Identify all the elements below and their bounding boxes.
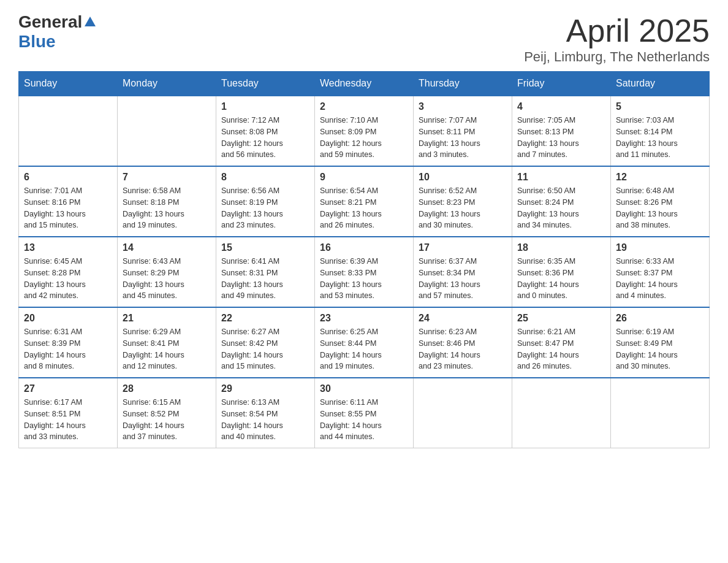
calendar-cell: 12Sunrise: 6:48 AM Sunset: 8:26 PM Dayli… — [611, 166, 710, 237]
day-info: Sunrise: 6:27 AM Sunset: 8:42 PM Dayligh… — [221, 326, 309, 372]
calendar-week-row: 6Sunrise: 7:01 AM Sunset: 8:16 PM Daylig… — [19, 166, 710, 237]
calendar-cell — [19, 96, 118, 166]
day-info: Sunrise: 6:54 AM Sunset: 8:21 PM Dayligh… — [320, 185, 408, 231]
calendar-cell: 29Sunrise: 6:13 AM Sunset: 8:54 PM Dayli… — [216, 378, 315, 448]
day-number: 4 — [517, 101, 605, 112]
calendar-header-row: SundayMondayTuesdayWednesdayThursdayFrid… — [19, 72, 710, 96]
day-number: 25 — [517, 313, 605, 324]
day-info: Sunrise: 6:31 AM Sunset: 8:39 PM Dayligh… — [24, 326, 112, 372]
calendar-cell: 17Sunrise: 6:37 AM Sunset: 8:34 PM Dayli… — [414, 237, 512, 307]
day-number: 8 — [221, 172, 309, 183]
day-info: Sunrise: 6:13 AM Sunset: 8:54 PM Dayligh… — [221, 397, 309, 443]
calendar-week-row: 13Sunrise: 6:45 AM Sunset: 8:28 PM Dayli… — [19, 237, 710, 307]
day-number: 30 — [320, 383, 408, 394]
calendar-cell: 18Sunrise: 6:35 AM Sunset: 8:36 PM Dayli… — [512, 237, 611, 307]
calendar-cell — [118, 96, 216, 166]
calendar-header-sunday: Sunday — [19, 72, 118, 96]
calendar-header-tuesday: Tuesday — [216, 72, 315, 96]
day-info: Sunrise: 6:21 AM Sunset: 8:47 PM Dayligh… — [517, 326, 605, 372]
page-subtitle: Peij, Limburg, The Netherlands — [524, 49, 710, 65]
page-title: April 2025 — [524, 12, 710, 49]
day-info: Sunrise: 6:56 AM Sunset: 8:19 PM Dayligh… — [221, 185, 309, 231]
calendar-cell: 1Sunrise: 7:12 AM Sunset: 8:08 PM Daylig… — [216, 96, 315, 166]
day-number: 29 — [221, 383, 309, 394]
day-info: Sunrise: 6:45 AM Sunset: 8:28 PM Dayligh… — [24, 256, 112, 302]
calendar-cell: 25Sunrise: 6:21 AM Sunset: 8:47 PM Dayli… — [512, 307, 611, 378]
day-info: Sunrise: 6:50 AM Sunset: 8:24 PM Dayligh… — [517, 185, 605, 231]
logo-blue: Blue — [18, 32, 56, 51]
day-info: Sunrise: 6:52 AM Sunset: 8:23 PM Dayligh… — [419, 185, 507, 231]
day-number: 13 — [24, 242, 112, 253]
day-info: Sunrise: 6:19 AM Sunset: 8:49 PM Dayligh… — [616, 326, 704, 372]
day-info: Sunrise: 7:07 AM Sunset: 8:11 PM Dayligh… — [419, 115, 507, 161]
day-number: 19 — [616, 242, 704, 253]
calendar-cell: 24Sunrise: 6:23 AM Sunset: 8:46 PM Dayli… — [414, 307, 512, 378]
calendar-cell: 7Sunrise: 6:58 AM Sunset: 8:18 PM Daylig… — [118, 166, 216, 237]
calendar-cell: 27Sunrise: 6:17 AM Sunset: 8:51 PM Dayli… — [19, 378, 118, 448]
title-area: April 2025 Peij, Limburg, The Netherland… — [524, 12, 710, 65]
calendar-cell: 20Sunrise: 6:31 AM Sunset: 8:39 PM Dayli… — [19, 307, 118, 378]
day-info: Sunrise: 6:23 AM Sunset: 8:46 PM Dayligh… — [419, 326, 507, 372]
day-number: 12 — [616, 172, 704, 183]
calendar-cell: 19Sunrise: 6:33 AM Sunset: 8:37 PM Dayli… — [611, 237, 710, 307]
calendar-table: SundayMondayTuesdayWednesdayThursdayFrid… — [18, 71, 710, 448]
calendar-header-saturday: Saturday — [611, 72, 710, 96]
calendar-cell: 26Sunrise: 6:19 AM Sunset: 8:49 PM Dayli… — [611, 307, 710, 378]
day-info: Sunrise: 6:29 AM Sunset: 8:41 PM Dayligh… — [123, 326, 211, 372]
day-number: 21 — [123, 313, 211, 324]
calendar-cell: 28Sunrise: 6:15 AM Sunset: 8:52 PM Dayli… — [118, 378, 216, 448]
day-info: Sunrise: 6:15 AM Sunset: 8:52 PM Dayligh… — [123, 397, 211, 443]
calendar-cell: 23Sunrise: 6:25 AM Sunset: 8:44 PM Dayli… — [315, 307, 414, 378]
calendar-cell: 30Sunrise: 6:11 AM Sunset: 8:55 PM Dayli… — [315, 378, 414, 448]
day-number: 6 — [24, 172, 112, 183]
calendar-cell: 22Sunrise: 6:27 AM Sunset: 8:42 PM Dayli… — [216, 307, 315, 378]
day-info: Sunrise: 6:33 AM Sunset: 8:37 PM Dayligh… — [616, 256, 704, 302]
calendar-cell: 15Sunrise: 6:41 AM Sunset: 8:31 PM Dayli… — [216, 237, 315, 307]
calendar-cell — [611, 378, 710, 448]
calendar-cell: 5Sunrise: 7:03 AM Sunset: 8:14 PM Daylig… — [611, 96, 710, 166]
day-info: Sunrise: 6:39 AM Sunset: 8:33 PM Dayligh… — [320, 256, 408, 302]
day-info: Sunrise: 6:41 AM Sunset: 8:31 PM Dayligh… — [221, 256, 309, 302]
svg-marker-0 — [85, 17, 96, 26]
calendar-cell: 13Sunrise: 6:45 AM Sunset: 8:28 PM Dayli… — [19, 237, 118, 307]
day-number: 5 — [616, 101, 704, 112]
day-info: Sunrise: 6:35 AM Sunset: 8:36 PM Dayligh… — [517, 256, 605, 302]
calendar-cell — [512, 378, 611, 448]
day-number: 26 — [616, 313, 704, 324]
day-number: 11 — [517, 172, 605, 183]
calendar-header-thursday: Thursday — [414, 72, 512, 96]
day-number: 16 — [320, 242, 408, 253]
calendar-header-wednesday: Wednesday — [315, 72, 414, 96]
day-info: Sunrise: 6:11 AM Sunset: 8:55 PM Dayligh… — [320, 397, 408, 443]
day-number: 28 — [123, 383, 211, 394]
day-info: Sunrise: 6:43 AM Sunset: 8:29 PM Dayligh… — [123, 256, 211, 302]
day-number: 27 — [24, 383, 112, 394]
day-info: Sunrise: 6:37 AM Sunset: 8:34 PM Dayligh… — [419, 256, 507, 302]
logo-general: General — [18, 12, 82, 32]
day-number: 7 — [123, 172, 211, 183]
calendar-cell: 6Sunrise: 7:01 AM Sunset: 8:16 PM Daylig… — [19, 166, 118, 237]
calendar-header-monday: Monday — [118, 72, 216, 96]
calendar-cell: 14Sunrise: 6:43 AM Sunset: 8:29 PM Dayli… — [118, 237, 216, 307]
calendar-week-row: 27Sunrise: 6:17 AM Sunset: 8:51 PM Dayli… — [19, 378, 710, 448]
calendar-cell: 2Sunrise: 7:10 AM Sunset: 8:09 PM Daylig… — [315, 96, 414, 166]
day-number: 20 — [24, 313, 112, 324]
day-info: Sunrise: 7:03 AM Sunset: 8:14 PM Dayligh… — [616, 115, 704, 161]
day-info: Sunrise: 6:17 AM Sunset: 8:51 PM Dayligh… — [24, 397, 112, 443]
calendar-week-row: 1Sunrise: 7:12 AM Sunset: 8:08 PM Daylig… — [19, 96, 710, 166]
day-info: Sunrise: 6:58 AM Sunset: 8:18 PM Dayligh… — [123, 185, 211, 231]
day-number: 23 — [320, 313, 408, 324]
day-info: Sunrise: 7:10 AM Sunset: 8:09 PM Dayligh… — [320, 115, 408, 161]
day-info: Sunrise: 7:01 AM Sunset: 8:16 PM Dayligh… — [24, 185, 112, 231]
calendar-cell: 3Sunrise: 7:07 AM Sunset: 8:11 PM Daylig… — [414, 96, 512, 166]
calendar-cell: 11Sunrise: 6:50 AM Sunset: 8:24 PM Dayli… — [512, 166, 611, 237]
logo-triangle-icon — [83, 15, 97, 29]
calendar-cell: 10Sunrise: 6:52 AM Sunset: 8:23 PM Dayli… — [414, 166, 512, 237]
calendar-cell: 21Sunrise: 6:29 AM Sunset: 8:41 PM Dayli… — [118, 307, 216, 378]
day-info: Sunrise: 6:48 AM Sunset: 8:26 PM Dayligh… — [616, 185, 704, 231]
day-number: 22 — [221, 313, 309, 324]
calendar-cell — [414, 378, 512, 448]
calendar-header-friday: Friday — [512, 72, 611, 96]
calendar-cell: 4Sunrise: 7:05 AM Sunset: 8:13 PM Daylig… — [512, 96, 611, 166]
day-number: 17 — [419, 242, 507, 253]
